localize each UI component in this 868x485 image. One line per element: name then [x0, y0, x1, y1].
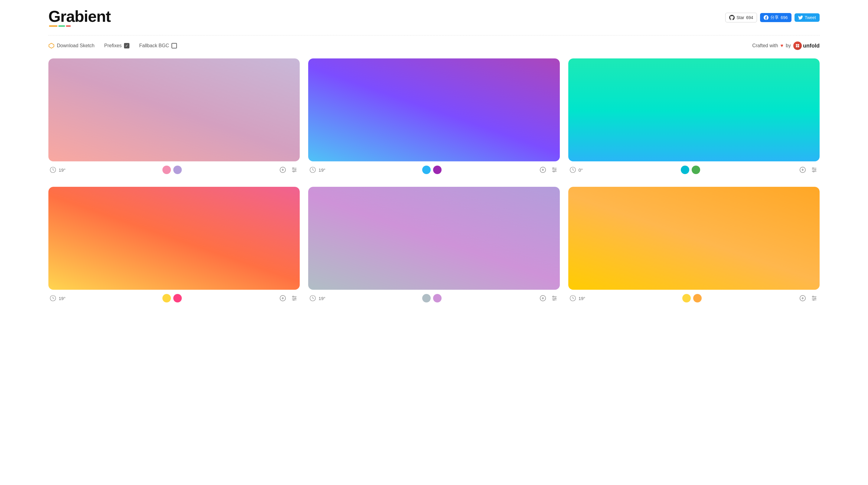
prefixes-item[interactable]: Prefixes: [104, 43, 130, 49]
header-divider: [49, 35, 819, 35]
fallback-bgc-checkbox[interactable]: [172, 43, 177, 49]
color-dot-5b[interactable]: [433, 294, 441, 303]
logo-underline: [49, 25, 111, 27]
gradient-actions-5: [539, 294, 559, 303]
color-dot-4b[interactable]: [173, 294, 182, 303]
github-star-button[interactable]: Star 694: [725, 13, 757, 22]
angle-value-6: 19°: [579, 296, 586, 301]
settings-button-4[interactable]: [290, 294, 299, 303]
svg-point-14: [293, 171, 294, 172]
prefixes-label: Prefixes: [104, 43, 122, 49]
add-button-5[interactable]: [539, 294, 547, 303]
gradient-preview-3[interactable]: [568, 58, 819, 161]
gradient-actions-2: [539, 166, 559, 174]
gradient-card-5: 19°: [308, 187, 559, 307]
add-button-2[interactable]: [539, 166, 547, 174]
angle-value-2: 19°: [318, 167, 326, 173]
gradient-grid: 19° 19°: [0, 58, 868, 307]
gradient-colors-2: [422, 166, 441, 174]
crafted-area: Crafted with ♥ by unfold: [752, 41, 819, 50]
sketch-icon: [49, 43, 55, 49]
svg-point-42: [293, 296, 294, 297]
fallback-bgc-item[interactable]: Fallback BGC: [139, 43, 177, 49]
color-dot-3b[interactable]: [692, 166, 700, 174]
prefixes-checkbox[interactable]: [124, 43, 129, 49]
gradient-controls-6: 19°: [568, 290, 819, 307]
gradient-controls-3: 0°: [568, 161, 819, 178]
svg-rect-3: [796, 46, 798, 48]
facebook-share-label: 分享: [770, 15, 779, 20]
by-text: by: [786, 43, 791, 49]
gradient-angle-6: 19°: [569, 295, 586, 302]
gradient-colors-6: [682, 294, 702, 303]
toolbar-left: Download Sketch Prefixes Fallback BGC: [49, 43, 177, 49]
gradient-controls-5: 19°: [308, 290, 559, 307]
angle-icon-2: [309, 167, 316, 173]
color-dot-6b[interactable]: [693, 294, 702, 303]
gradient-preview-1[interactable]: [49, 58, 300, 161]
svg-rect-2: [798, 44, 799, 46]
crafted-with-text: Crafted with: [752, 43, 778, 49]
add-button-4[interactable]: [279, 294, 287, 303]
gradient-preview-5[interactable]: [308, 187, 559, 290]
svg-point-54: [553, 299, 554, 301]
add-button-6[interactable]: [799, 294, 807, 303]
color-dot-5a[interactable]: [422, 294, 431, 303]
unfold-logo[interactable]: unfold: [793, 41, 819, 50]
color-dot-3a[interactable]: [681, 166, 689, 174]
settings-button-1[interactable]: [290, 166, 299, 174]
header-actions: Star 694 分享 696 Tweet: [725, 13, 819, 22]
github-count: 694: [746, 15, 753, 20]
gradient-preview-4[interactable]: [49, 187, 300, 290]
twitter-tweet-button[interactable]: Tweet: [795, 13, 819, 22]
svg-point-43: [295, 297, 296, 299]
svg-point-34: [813, 171, 814, 172]
color-dot-2a[interactable]: [422, 166, 431, 174]
angle-icon-1: [50, 167, 56, 173]
settings-button-5[interactable]: [550, 294, 559, 303]
gradient-preview-6[interactable]: [568, 187, 819, 290]
unfold-circle-icon: [793, 41, 802, 50]
github-star-label: Star: [737, 15, 744, 20]
gradient-preview-2[interactable]: [308, 58, 559, 161]
gradient-colors-3: [681, 166, 700, 174]
angle-icon-5: [309, 295, 316, 302]
svg-point-12: [293, 168, 294, 169]
heart-icon: ♥: [781, 43, 784, 49]
download-sketch-item[interactable]: Download Sketch: [49, 43, 95, 49]
color-dot-1b[interactable]: [173, 166, 182, 174]
add-button-3[interactable]: [799, 166, 807, 174]
svg-point-63: [815, 297, 816, 299]
settings-button-3[interactable]: [810, 166, 818, 174]
unfold-inner-icon: [796, 44, 800, 48]
gradient-actions-6: [799, 294, 818, 303]
svg-point-24: [553, 171, 554, 172]
twitter-icon: [798, 15, 803, 20]
color-dot-6a[interactable]: [682, 294, 691, 303]
svg-point-22: [553, 168, 554, 169]
color-dot-4a[interactable]: [162, 294, 171, 303]
angle-icon-3: [569, 167, 576, 173]
color-dot-1a[interactable]: [162, 166, 171, 174]
color-dot-2b[interactable]: [433, 166, 441, 174]
add-button-1[interactable]: [279, 166, 287, 174]
logo-text: Grabient: [49, 8, 111, 24]
facebook-count: 696: [781, 15, 787, 20]
settings-button-6[interactable]: [810, 294, 818, 303]
logo-bar-2: [58, 25, 65, 27]
svg-point-62: [812, 296, 813, 297]
angle-icon-6: [569, 295, 576, 302]
gradient-actions-4: [279, 294, 299, 303]
settings-button-2[interactable]: [550, 166, 559, 174]
gradient-controls-1: 19°: [49, 161, 300, 178]
svg-point-44: [293, 299, 294, 301]
angle-value-3: 0°: [579, 167, 583, 173]
gradient-angle-2: 19°: [309, 167, 326, 173]
angle-icon-4: [50, 295, 56, 302]
svg-rect-1: [796, 44, 798, 46]
facebook-share-button[interactable]: 分享 696: [760, 13, 791, 22]
gradient-controls-4: 19°: [49, 290, 300, 307]
gradient-colors-5: [422, 294, 441, 303]
logo-bar-3: [66, 25, 71, 27]
gradient-card-4: 19°: [49, 187, 300, 307]
